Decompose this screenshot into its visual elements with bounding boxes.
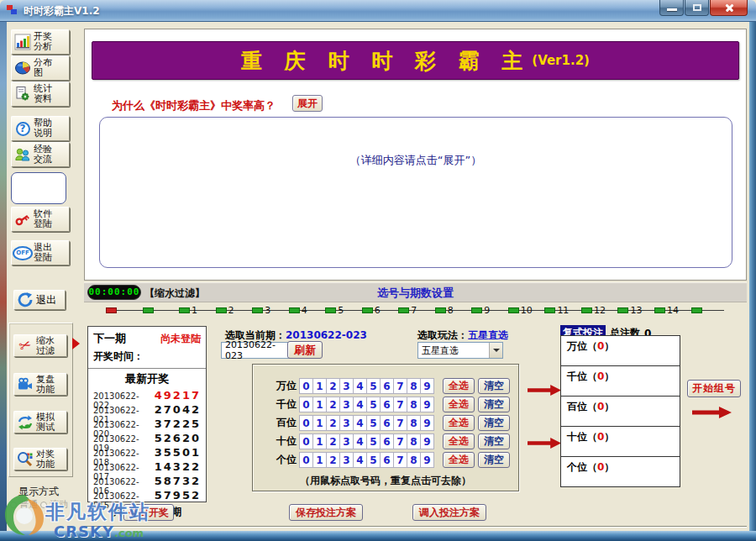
- select-all-button[interactable]: 全选: [443, 433, 475, 449]
- digit-cell[interactable]: 9: [420, 397, 434, 412]
- sidebar-button-experience[interactable]: 经验交流: [11, 142, 70, 167]
- digit-cell[interactable]: 5: [366, 378, 381, 394]
- slider-segment[interactable]: [106, 302, 143, 318]
- digit-cell[interactable]: 7: [393, 397, 407, 412]
- slider-block[interactable]: [179, 307, 190, 313]
- clear-button[interactable]: 清空: [478, 433, 510, 449]
- digit-cell[interactable]: 8: [407, 433, 421, 449]
- slider-block[interactable]: [435, 307, 446, 313]
- slider-block[interactable]: [508, 307, 519, 313]
- slider-block[interactable]: [216, 307, 227, 313]
- slider-segment[interactable]: 12: [581, 302, 618, 318]
- slider-segment[interactable]: [143, 302, 180, 318]
- slider-block[interactable]: [398, 307, 409, 313]
- digit-cell[interactable]: 6: [380, 378, 394, 394]
- maximize-button[interactable]: [685, 0, 709, 16]
- slider-block[interactable]: [544, 307, 555, 313]
- digit-cell[interactable]: 4: [353, 433, 367, 449]
- digit-cell[interactable]: 1: [312, 452, 327, 468]
- digit-cell[interactable]: 4: [353, 452, 367, 468]
- digit-cell[interactable]: 3: [339, 378, 354, 394]
- slider-segment[interactable]: 9: [471, 302, 508, 318]
- slider-segment[interactable]: 7: [398, 302, 435, 318]
- clear-button[interactable]: 清空: [478, 378, 510, 394]
- digit-cell[interactable]: 0: [299, 433, 313, 449]
- digit-cell[interactable]: 2: [326, 415, 340, 431]
- slider-segment[interactable]: 5: [325, 302, 362, 318]
- slider-segment[interactable]: 3: [252, 302, 289, 318]
- period-slider[interactable]: 1 2 3 4 5 6 7 8 9 10 11 12 13 14: [106, 302, 727, 318]
- slider-block[interactable]: [654, 307, 665, 313]
- sidebar-button-distribution[interactable]: 分布图: [11, 55, 70, 81]
- digit-cell[interactable]: 0: [299, 378, 313, 394]
- digit-cell[interactable]: 6: [380, 397, 394, 412]
- clear-button[interactable]: 清空: [478, 397, 510, 412]
- digit-cell[interactable]: 1: [312, 433, 327, 449]
- tool-button-replay[interactable]: 复盘功能: [13, 373, 67, 396]
- digit-cell[interactable]: 4: [353, 397, 367, 412]
- expand-button[interactable]: 展开: [292, 95, 323, 112]
- digit-cell[interactable]: 3: [339, 397, 354, 412]
- digit-cell[interactable]: 1: [312, 415, 327, 431]
- digit-cell[interactable]: 0: [299, 415, 313, 431]
- digit-cell[interactable]: 9: [420, 452, 434, 468]
- slider-segment[interactable]: [691, 302, 728, 318]
- clear-button[interactable]: 清空: [478, 415, 510, 431]
- slider-segment[interactable]: 8: [435, 302, 472, 318]
- start-combine-button[interactable]: 开始组号: [687, 380, 741, 397]
- select-all-button[interactable]: 全选: [443, 415, 475, 431]
- select-all-button[interactable]: 全选: [443, 378, 475, 394]
- select-all-button[interactable]: 全选: [443, 452, 475, 468]
- digit-cell[interactable]: 2: [326, 378, 340, 394]
- load-plan-button[interactable]: 调入投注方案: [412, 504, 486, 521]
- tool-button-check-prize[interactable]: 对奖功能: [13, 448, 67, 470]
- digit-cell[interactable]: 9: [420, 378, 434, 394]
- sidebar-button-statistics[interactable]: 统计资料: [11, 81, 70, 107]
- play-type-dropdown[interactable]: 五星直选: [417, 342, 503, 359]
- digit-cell[interactable]: 6: [380, 433, 394, 449]
- digit-cell[interactable]: 9: [420, 433, 434, 449]
- minimize-button[interactable]: [659, 0, 684, 16]
- digit-cell[interactable]: 0: [299, 452, 313, 468]
- digit-cell[interactable]: 5: [366, 452, 381, 468]
- digit-cell[interactable]: 6: [380, 415, 394, 431]
- digit-cell[interactable]: 8: [407, 452, 421, 468]
- slider-thumb[interactable]: [106, 307, 117, 313]
- digit-cell[interactable]: 8: [407, 415, 421, 431]
- slider-block[interactable]: [471, 307, 482, 313]
- digit-cell[interactable]: 8: [407, 397, 421, 412]
- slider-segment[interactable]: 10: [508, 302, 545, 318]
- sidebar-button-login[interactable]: 软件登陆: [11, 207, 70, 232]
- slider-block[interactable]: [362, 307, 373, 313]
- slider-segment[interactable]: 6: [362, 302, 399, 318]
- digit-cell[interactable]: 1: [312, 397, 327, 412]
- tool-button-shrink-filter[interactable]: ✂ 缩水过滤: [13, 334, 67, 357]
- slider-block[interactable]: [617, 307, 628, 313]
- slider-segment[interactable]: 13: [617, 302, 654, 318]
- refresh-button[interactable]: 刷新: [287, 341, 323, 359]
- digit-cell[interactable]: 5: [366, 397, 381, 412]
- slider-segment[interactable]: 14: [654, 302, 691, 318]
- digit-cell[interactable]: 1: [312, 378, 327, 394]
- close-button[interactable]: [710, 0, 748, 16]
- digit-cell[interactable]: 4: [353, 378, 367, 394]
- tool-button-simulate[interactable]: 模拟测试: [13, 411, 67, 433]
- digit-cell[interactable]: 7: [393, 378, 407, 394]
- slider-block[interactable]: [252, 307, 263, 313]
- slider-segment[interactable]: 1: [179, 302, 216, 318]
- digit-cell[interactable]: 7: [393, 415, 407, 431]
- digit-cell[interactable]: 3: [339, 452, 354, 468]
- slider-block[interactable]: [691, 307, 702, 313]
- digit-cell[interactable]: 2: [326, 397, 340, 412]
- slider-block[interactable]: [143, 307, 154, 313]
- slider-segment[interactable]: 4: [289, 302, 326, 318]
- digit-cell[interactable]: 5: [366, 415, 381, 431]
- chevron-down-icon[interactable]: [489, 343, 502, 358]
- digit-cell[interactable]: 9: [420, 415, 434, 431]
- slider-block[interactable]: [289, 307, 300, 313]
- digit-cell[interactable]: 4: [353, 415, 367, 431]
- digit-cell[interactable]: 7: [393, 433, 407, 449]
- digit-cell[interactable]: 0: [299, 397, 313, 412]
- clear-button[interactable]: 清空: [478, 452, 510, 468]
- slider-block[interactable]: [325, 307, 336, 313]
